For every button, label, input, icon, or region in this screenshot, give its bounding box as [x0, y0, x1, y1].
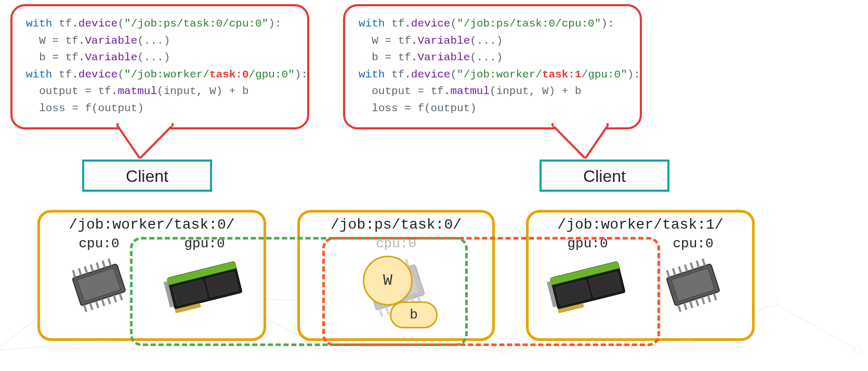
- svg-line-9: [774, 303, 858, 350]
- gpu-card-icon: [161, 255, 249, 317]
- device-label-cpu: cpu:0: [647, 236, 740, 251]
- svg-point-24: [854, 347, 861, 354]
- device-label-gpu: gpu:0: [541, 236, 635, 251]
- device-label-gpu: gpu:0: [158, 236, 252, 251]
- code-bubble-right: with tf.device("/job:ps/task:0/cpu:0"): …: [343, 4, 642, 129]
- client-box-left: Client: [82, 160, 212, 192]
- svg-marker-27: [551, 124, 609, 158]
- svg-line-75: [667, 270, 669, 277]
- bubble-tail-left-icon: [116, 122, 174, 158]
- client-label: Client: [126, 167, 168, 186]
- svg-line-42: [108, 297, 110, 304]
- kw-with: with: [26, 18, 52, 30]
- svg-line-39: [90, 303, 92, 310]
- svg-line-31: [73, 270, 75, 277]
- svg-line-61: [386, 307, 389, 314]
- svg-line-80: [696, 261, 699, 268]
- code-block-left: with tf.device("/job:ps/task:0/cpu:0"): …: [26, 16, 294, 117]
- svg-line-40: [96, 301, 98, 308]
- variable-W-bubble: W: [363, 256, 413, 306]
- job-title-worker1: /job:worker/task:1/: [529, 217, 752, 233]
- client-label: Client: [583, 167, 626, 186]
- svg-point-22: [682, 341, 690, 349]
- job-box-worker1: /job:worker/task:1/ gpu:0 cpu:0: [526, 210, 755, 341]
- svg-line-86: [702, 297, 704, 304]
- svg-line-79: [690, 262, 692, 269]
- gpu-card-icon: [544, 255, 632, 317]
- svg-line-60: [380, 309, 383, 316]
- svg-line-44: [120, 294, 122, 300]
- svg-line-43: [114, 295, 116, 302]
- svg-line-41: [102, 299, 104, 306]
- code-bubble-left: with tf.device("/job:ps/task:0/cpu:0"): …: [10, 4, 309, 129]
- svg-marker-25: [116, 124, 174, 158]
- svg-line-88: [714, 294, 716, 300]
- svg-rect-28: [554, 122, 607, 126]
- svg-point-23: [771, 300, 778, 307]
- svg-line-34: [90, 264, 93, 271]
- svg-line-37: [108, 259, 110, 266]
- svg-line-10: [0, 340, 140, 350]
- svg-line-32: [78, 268, 81, 275]
- svg-line-76: [673, 268, 675, 275]
- svg-line-77: [679, 267, 681, 273]
- client-box-right: Client: [540, 160, 669, 192]
- variable-b-bubble: b: [390, 301, 438, 328]
- svg-line-83: [684, 303, 686, 310]
- svg-rect-26: [119, 122, 172, 126]
- job-title-worker0: /job:worker/task:0/: [40, 217, 264, 233]
- svg-point-18: [313, 341, 321, 349]
- device-label-cpu: cpu:0: [52, 236, 146, 251]
- svg-line-87: [708, 295, 710, 302]
- svg-line-78: [685, 264, 687, 271]
- device-label-cpu-faded: cpu:0: [328, 236, 464, 251]
- svg-line-36: [102, 261, 104, 268]
- cpu-chip-icon: [654, 255, 732, 317]
- job-title-ps0: /job:ps/task:0/: [300, 217, 492, 233]
- svg-point-20: [501, 347, 508, 354]
- svg-line-82: [678, 305, 680, 312]
- device-worker1-cpu: cpu:0: [647, 236, 740, 317]
- cpu-chip-icon: [60, 255, 138, 317]
- svg-line-33: [85, 267, 87, 273]
- code-block-right: with tf.device("/job:ps/task:0/cpu:0"): …: [359, 16, 626, 117]
- bubble-tail-right-icon: [551, 122, 609, 158]
- svg-line-84: [690, 301, 692, 308]
- job-box-worker0: /job:worker/task:0/ cpu:0 gpu:0: [37, 210, 266, 341]
- svg-line-13: [317, 345, 504, 350]
- svg-line-38: [84, 305, 86, 312]
- variable-W-label: W: [383, 272, 392, 289]
- svg-line-35: [96, 262, 98, 269]
- device-worker1-gpu: gpu:0: [541, 236, 635, 317]
- device-worker0-cpu: cpu:0: [52, 236, 146, 317]
- svg-line-81: [702, 259, 704, 266]
- svg-line-85: [696, 299, 698, 306]
- device-worker0-gpu: gpu:0: [158, 236, 252, 317]
- variable-b-label: b: [410, 307, 418, 323]
